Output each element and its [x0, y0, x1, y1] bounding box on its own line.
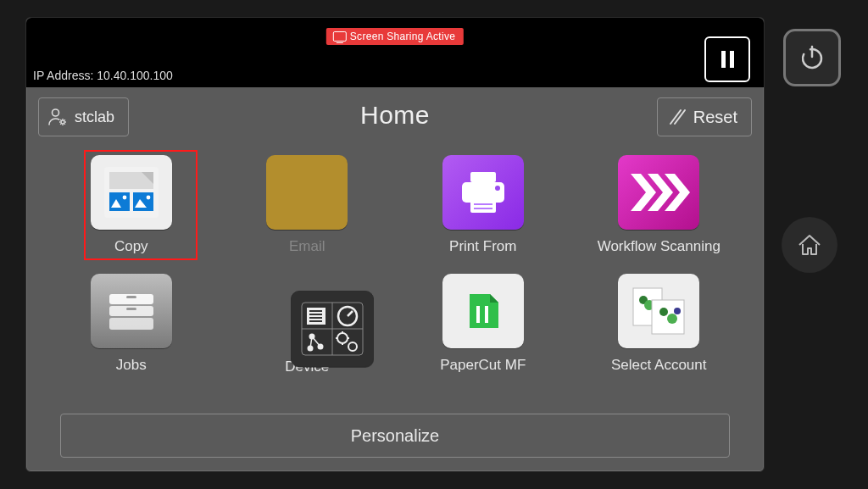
svg-point-1: [61, 120, 64, 124]
reset-label: Reset: [693, 108, 737, 127]
svg-rect-32: [109, 318, 153, 330]
papercut-tile: [442, 274, 524, 348]
svg-point-65: [674, 308, 681, 314]
svg-rect-21: [470, 172, 496, 182]
jobs-icon: [103, 286, 160, 336]
svg-line-9: [60, 124, 61, 125]
svg-point-51: [348, 342, 357, 351]
app-label: PaperCut MF: [440, 357, 526, 374]
power-button[interactable]: [783, 29, 841, 86]
svg-point-20: [146, 196, 150, 200]
svg-point-0: [53, 109, 59, 116]
email-tile: [266, 155, 348, 230]
copy-tile: [91, 155, 172, 230]
personalize-label: Personalize: [351, 426, 440, 446]
app-label: Copy: [114, 238, 148, 255]
app-label: Email: [289, 238, 326, 255]
svg-point-23: [495, 186, 500, 191]
jobs-tile: [91, 274, 172, 348]
app-print-from[interactable]: Print From: [403, 155, 563, 274]
app-label: Select Account: [611, 357, 706, 374]
page-title: Home: [360, 101, 430, 130]
app-papercut[interactable]: PaperCut MF: [403, 274, 563, 394]
home-button[interactable]: [782, 217, 837, 273]
svg-line-6: [60, 119, 61, 120]
reset-button[interactable]: Reset: [657, 97, 752, 136]
printer-touchscreen: Screen Sharing Active IP Address: 10.40.…: [25, 17, 765, 472]
app-label: Print From: [449, 238, 516, 255]
workflow-icon: [626, 167, 692, 218]
svg-rect-16: [133, 192, 153, 211]
user-chip[interactable]: stclab: [38, 97, 129, 136]
select-account-icon: [626, 283, 691, 339]
device-icon: [298, 299, 366, 358]
papercut-icon: [459, 287, 507, 335]
app-select-account[interactable]: Select Account: [580, 274, 739, 394]
ip-prefix: IP Address:: [33, 69, 97, 82]
svg-rect-30: [109, 294, 153, 304]
copy-icon: [99, 164, 164, 221]
header: stclab Home Reset: [26, 94, 764, 145]
app-label: Workflow Scanning: [598, 238, 721, 255]
device-tile: [291, 291, 374, 367]
svg-rect-24: [470, 199, 496, 213]
svg-rect-34: [126, 308, 136, 310]
ip-address: IP Address: 10.40.100.100: [33, 69, 173, 82]
ip-value: 10.40.100.100: [97, 69, 173, 82]
svg-rect-33: [126, 296, 136, 298]
screen-sharing-text: Screen Sharing Active: [350, 31, 455, 42]
svg-line-44: [348, 311, 353, 316]
svg-point-63: [659, 308, 668, 316]
pause-icon: [730, 51, 734, 68]
home-icon: [795, 231, 824, 259]
topbar: Screen Sharing Active IP Address: 10.40.…: [26, 18, 764, 87]
user-gear-icon: [47, 107, 68, 127]
reset-icon: [668, 108, 687, 126]
svg-rect-31: [109, 306, 153, 316]
app-email[interactable]: Email: [228, 155, 387, 274]
app-copy[interactable]: Copy: [52, 155, 211, 274]
printer-icon: [457, 169, 509, 216]
personalize-button[interactable]: Personalize: [60, 414, 730, 458]
svg-line-8: [64, 119, 65, 120]
svg-rect-15: [109, 192, 130, 211]
svg-line-7: [64, 124, 65, 125]
print-from-tile: [442, 155, 524, 230]
svg-rect-58: [480, 306, 485, 323]
app-jobs[interactable]: Jobs: [52, 274, 211, 394]
app-label: Jobs: [116, 357, 147, 374]
svg-point-64: [667, 314, 677, 324]
screen-icon: [333, 31, 347, 42]
app-workflow-scanning[interactable]: Workflow Scanning: [580, 155, 739, 274]
svg-point-18: [122, 196, 126, 200]
power-icon: [798, 43, 826, 72]
user-name: stclab: [75, 108, 114, 126]
svg-line-48: [312, 336, 320, 347]
pause-button[interactable]: [704, 36, 750, 82]
svg-marker-56: [490, 294, 498, 303]
pause-icon: [721, 51, 726, 68]
workflow-tile: [618, 155, 699, 230]
select-account-tile: [618, 274, 699, 348]
app-grid: Copy Email Print From: [52, 155, 738, 394]
app-device[interactable]: Device: [228, 274, 387, 394]
svg-point-50: [337, 333, 348, 343]
screen-sharing-banner: Screen Sharing Active: [326, 28, 464, 45]
